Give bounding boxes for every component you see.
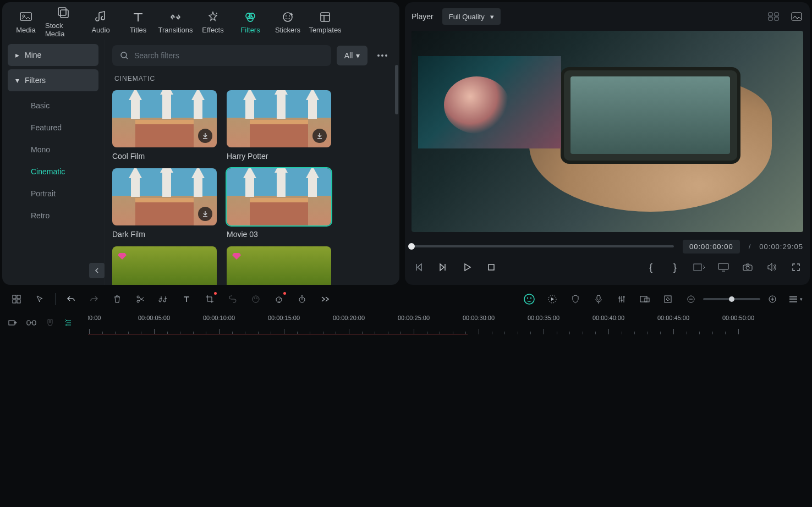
delete-button[interactable] — [109, 291, 125, 307]
filter-dropdown-label: All — [344, 51, 353, 60]
titles-icon — [131, 10, 145, 24]
download-badge[interactable] — [312, 129, 327, 143]
filter-thumb-image[interactable] — [227, 90, 331, 147]
sidebar-sub-portrait[interactable]: Portrait — [8, 183, 98, 205]
fullscreen-button[interactable] — [789, 260, 803, 274]
redo-icon — [90, 295, 98, 303]
next-frame-button[interactable] — [436, 260, 450, 274]
sidebar-sub-basic[interactable]: Basic — [8, 95, 98, 117]
collapse-sidebar-button[interactable] — [89, 263, 105, 278]
download-badge[interactable] — [198, 129, 212, 143]
undo-button[interactable] — [63, 291, 79, 307]
svg-rect-20 — [489, 264, 494, 270]
layout-button[interactable] — [9, 291, 24, 307]
filter-thumb-image[interactable] — [227, 246, 331, 285]
sidebar-sub-mono[interactable]: Mono — [8, 139, 98, 161]
marker-button[interactable] — [568, 291, 583, 307]
volume-button[interactable] — [765, 260, 779, 274]
tab-effects[interactable]: Effects — [195, 7, 231, 37]
preview-frame-overlay — [561, 67, 741, 164]
add-track-button[interactable] — [7, 317, 19, 329]
timeline-ruler[interactable]: 00:00:0000:00:05:0000:00:10:0000:00:15:0… — [88, 311, 812, 334]
split-button[interactable] — [133, 291, 148, 307]
svg-point-29 — [137, 296, 139, 298]
ruler-label: 00:00:10:00 — [203, 315, 235, 321]
search-box[interactable] — [112, 45, 331, 66]
ruler-tick-minor — [687, 332, 687, 334]
keyframe-button[interactable] — [660, 291, 676, 307]
scrub-handle[interactable] — [408, 243, 415, 250]
select-tool[interactable] — [32, 291, 47, 307]
filter-thumb-image[interactable] — [112, 90, 217, 147]
scrub-track[interactable] — [412, 245, 674, 247]
zoom-out-button[interactable] — [683, 291, 699, 307]
zoom-in-button[interactable] — [765, 291, 780, 307]
mark-in-button[interactable]: { — [644, 260, 658, 274]
play-button[interactable] — [460, 260, 474, 274]
compare-view-button[interactable] — [767, 10, 780, 23]
zoom-handle[interactable] — [729, 296, 734, 302]
player-viewport[interactable] — [412, 31, 803, 232]
filter-thumb: Dark Film — [112, 168, 217, 239]
stop-button[interactable] — [484, 260, 498, 274]
speed-ai-tool[interactable]: AI — [271, 291, 287, 307]
filter-thumb-image[interactable] — [112, 246, 217, 285]
track-display-button[interactable]: ▾ — [788, 291, 803, 307]
filter-dropdown[interactable]: All ▾ — [337, 46, 367, 65]
speed-ai-icon: AI — [275, 295, 283, 304]
snapshot-button[interactable] — [740, 260, 755, 274]
tab-label: Filters — [240, 26, 260, 34]
svg-rect-50 — [9, 321, 14, 325]
snapshot-view-button[interactable] — [790, 10, 803, 23]
search-input[interactable] — [134, 51, 323, 60]
adjustment-button[interactable] — [637, 291, 652, 307]
link-tool[interactable] — [225, 291, 240, 307]
magnet-button[interactable] — [44, 317, 56, 329]
sidebar-sub-featured[interactable]: Featured — [8, 117, 98, 139]
display-button[interactable] — [716, 260, 731, 274]
text-tool[interactable] — [179, 291, 194, 307]
sidebar-sub-cinematic[interactable]: Cinematic — [8, 161, 98, 183]
tab-media[interactable]: Media — [8, 7, 44, 37]
auto-ripple-button[interactable] — [63, 317, 75, 329]
filter-thumb: Cool Film — [112, 90, 217, 161]
auto-ripple-icon — [64, 318, 73, 327]
redo-button[interactable] — [86, 291, 102, 307]
mark-out-button[interactable]: } — [668, 260, 682, 274]
filter-thumb-image[interactable] — [227, 168, 331, 225]
sidebar-sub-retro[interactable]: Retro — [8, 205, 98, 227]
sidebar-item-mine[interactable]: ▸ Mine — [8, 44, 98, 66]
quality-dropdown[interactable]: Full Quality ▾ — [442, 8, 501, 25]
voiceover-button[interactable] — [591, 291, 606, 307]
more-tools[interactable] — [317, 291, 333, 307]
ruler-label: 00:00:45:00 — [657, 315, 689, 321]
svg-rect-47 — [789, 296, 797, 297]
link-tracks-button[interactable] — [25, 317, 37, 329]
tab-transitions[interactable]: Transitions — [157, 7, 194, 37]
sidebar-item-filters[interactable]: ▾ Filters — [8, 69, 98, 91]
more-button[interactable] — [373, 46, 392, 65]
library-scrollbar[interactable] — [395, 65, 398, 114]
tab-audio[interactable]: Audio — [83, 7, 119, 37]
download-badge[interactable] — [198, 207, 212, 221]
color-tool[interactable] — [248, 291, 264, 307]
crop-tool[interactable] — [202, 291, 217, 307]
audio-tool[interactable] — [156, 291, 171, 307]
tab-titles[interactable]: Titles — [120, 7, 156, 37]
ruler-label: 00:00:00 — [88, 315, 101, 321]
tab-stock-media[interactable]: Stock Media — [45, 7, 81, 37]
tab-templates[interactable]: Templates — [307, 7, 343, 37]
tab-filters[interactable]: Filters — [232, 7, 268, 37]
zoom-slider[interactable] — [703, 298, 760, 300]
speed-tool[interactable] — [294, 291, 310, 307]
filter-grid: Cool FilmHarry PotterDark FilmMovie 03 — [105, 88, 399, 285]
camera-icon — [743, 263, 753, 271]
music-swap-icon — [158, 295, 168, 303]
filter-thumb-image[interactable] — [112, 168, 217, 225]
ai-assistant-button[interactable] — [522, 291, 537, 307]
prev-frame-button[interactable] — [412, 260, 426, 274]
aspect-button[interactable] — [692, 260, 706, 274]
render-button[interactable] — [545, 291, 560, 307]
audio-mixer-button[interactable] — [614, 291, 629, 307]
tab-stickers[interactable]: Stickers — [270, 7, 306, 37]
